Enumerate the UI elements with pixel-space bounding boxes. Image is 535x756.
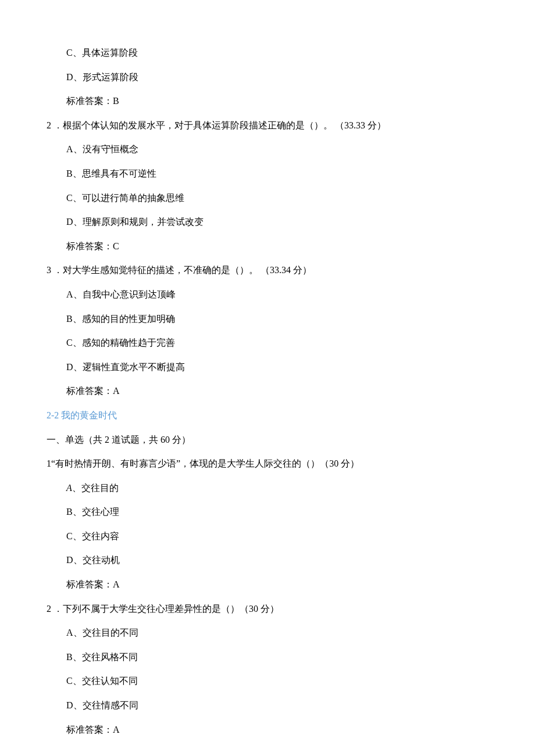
question-option: D、交往情感不同 — [47, 693, 488, 718]
question-option: D、形式运算阶段 — [47, 65, 488, 89]
question-option: D、理解原则和规则，并尝试改变 — [47, 210, 488, 234]
question-option: A、交往目的不同 — [47, 621, 488, 645]
question-option: A、交往目的 — [47, 476, 488, 500]
answer-line: 标准答案：A — [47, 379, 488, 403]
question-stem: 2 ．下列不属于大学生交往心理差异性的是（）（30 分） — [47, 597, 488, 621]
answer-line: 标准答案：C — [47, 234, 488, 259]
question-stem: 1“有时热情开朗、有时寡言少语”，体现的是大学生人际交往的（）（30 分） — [47, 452, 488, 476]
question-option: B、交往心理 — [47, 500, 488, 524]
question-stem: 2 ．根据个体认知的发展水平，对于具体运算阶段描述正确的是（）。 （33.33 … — [47, 113, 488, 138]
question-option: C、交往内容 — [47, 524, 488, 549]
question-option: B、感知的目的性更加明确 — [47, 307, 488, 331]
answer-line: 标准答案：B — [47, 89, 488, 113]
answer-line: 标准答案：A — [47, 572, 488, 597]
section-instruction: 一、单选（共 2 道试题，共 60 分） — [47, 428, 488, 452]
question-option: C、具体运算阶段 — [47, 41, 488, 65]
section-title: 2-2 我的黄金时代 — [47, 403, 488, 428]
question-option: C、交往认知不同 — [47, 669, 488, 693]
question-option: D、交往动机 — [47, 548, 488, 572]
question-option: A、自我中心意识到达顶峰 — [47, 282, 488, 307]
option-text: 、交往目的 — [72, 483, 119, 493]
question-option: B、交往风格不同 — [47, 645, 488, 669]
question-stem: 3 ．对大学生感知觉特征的描述，不准确的是（）。 （33.34 分） — [47, 258, 488, 282]
question-option: C、可以进行简单的抽象思维 — [47, 186, 488, 210]
question-option: A、没有守恒概念 — [47, 137, 488, 162]
answer-line: 标准答案：A — [47, 718, 488, 742]
question-option: C、感知的精确性趋于完善 — [47, 331, 488, 355]
question-option: B、思维具有不可逆性 — [47, 162, 488, 186]
question-option: D、逻辑性直觉水平不断提高 — [47, 355, 488, 379]
option-letter: A — [66, 483, 72, 493]
